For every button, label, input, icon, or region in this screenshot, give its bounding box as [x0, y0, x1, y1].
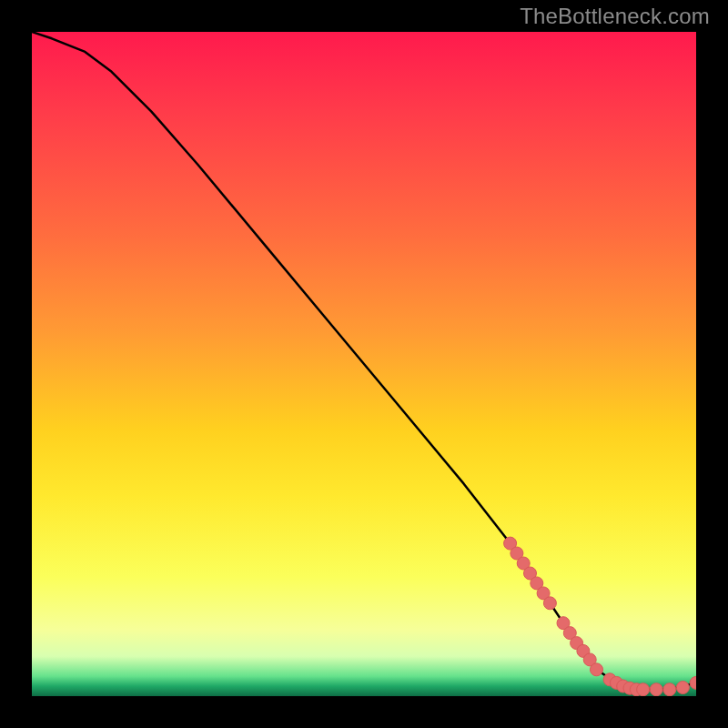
data-marker [663, 683, 676, 696]
chart-frame: TheBottleneck.com [0, 0, 728, 728]
watermark-text: TheBottleneck.com [520, 4, 710, 29]
data-marker [591, 663, 603, 676]
data-marker [637, 683, 650, 696]
data-marker [676, 682, 689, 694]
data-marker [543, 597, 556, 610]
bottleneck-curve [32, 32, 696, 690]
data-marker [650, 683, 662, 696]
data-marker [690, 676, 696, 689]
chart-overlay [32, 32, 696, 696]
data-markers [504, 537, 696, 696]
